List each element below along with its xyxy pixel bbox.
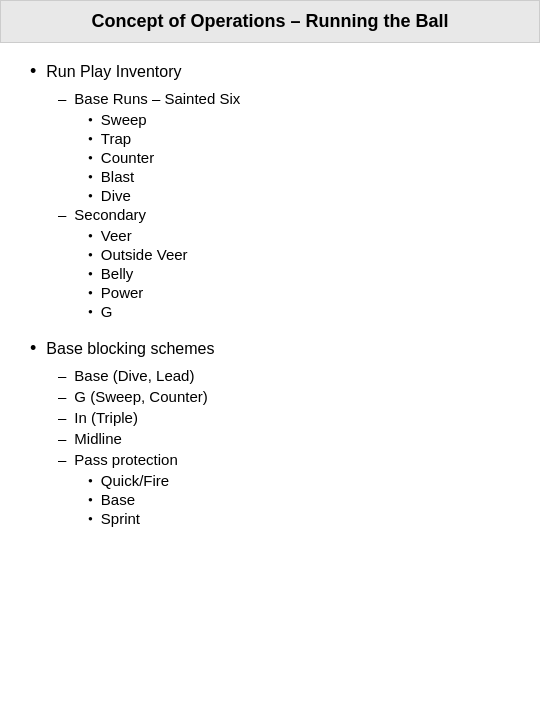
bullet-l2-dot: ● xyxy=(88,172,93,181)
bullet-dot-2: • xyxy=(30,338,36,359)
item-quick-fire: Quick/Fire xyxy=(101,472,169,489)
section-base-blocking-schemes: • Base blocking schemes – Base (Dive, Le… xyxy=(30,340,510,527)
bullet-l2-dot: ● xyxy=(88,231,93,240)
dash-pass-protection: – Pass protection xyxy=(58,451,510,468)
dash-sym-3: – xyxy=(58,367,66,384)
bullet-dot-1: • xyxy=(30,61,36,82)
pass-protection-label: Pass protection xyxy=(74,451,177,468)
list-item: ● Base xyxy=(88,491,510,508)
list-item: ● Belly xyxy=(88,265,510,282)
bullet-l2-dot: ● xyxy=(88,115,93,124)
bullet-l2-dot: ● xyxy=(88,288,93,297)
item-base: Base xyxy=(101,491,135,508)
list-item: ● Dive xyxy=(88,187,510,204)
dash-g-sweep-counter: – G (Sweep, Counter) xyxy=(58,388,510,405)
item-dive: Dive xyxy=(101,187,131,204)
base-blocking-label: Base blocking schemes xyxy=(46,340,214,358)
bullet-l2-dot: ● xyxy=(88,191,93,200)
bullet-base-blocking: • Base blocking schemes xyxy=(30,340,510,359)
list-item: ● Veer xyxy=(88,227,510,244)
base-dive-lead-label: Base (Dive, Lead) xyxy=(74,367,194,384)
base-runs-label: Base Runs – Sainted Six xyxy=(74,90,240,107)
item-g: G xyxy=(101,303,113,320)
dash-sym-2: – xyxy=(58,206,66,223)
list-item: ● Power xyxy=(88,284,510,301)
dash-midline: – Midline xyxy=(58,430,510,447)
midline-label: Midline xyxy=(74,430,122,447)
item-belly: Belly xyxy=(101,265,134,282)
item-sweep: Sweep xyxy=(101,111,147,128)
page-wrapper: Concept of Operations – Running the Ball… xyxy=(0,0,540,571)
item-sprint: Sprint xyxy=(101,510,140,527)
item-outside-veer: Outside Veer xyxy=(101,246,188,263)
dash-sym-5: – xyxy=(58,409,66,426)
section-run-play-inventory: • Run Play Inventory – Base Runs – Saint… xyxy=(30,63,510,320)
dash-sym-4: – xyxy=(58,388,66,405)
item-veer: Veer xyxy=(101,227,132,244)
list-item: ● Blast xyxy=(88,168,510,185)
item-trap: Trap xyxy=(101,130,131,147)
g-sweep-counter-label: G (Sweep, Counter) xyxy=(74,388,207,405)
dash-sym-1: – xyxy=(58,90,66,107)
list-item: ● Outside Veer xyxy=(88,246,510,263)
bullet-l2-dot: ● xyxy=(88,307,93,316)
bullet-l2-dot: ● xyxy=(88,514,93,523)
list-item: ● Sweep xyxy=(88,111,510,128)
bullet-run-play-inventory: • Run Play Inventory xyxy=(30,63,510,82)
bullet-list-secondary: ● Veer ● Outside Veer ● Belly ● Power xyxy=(88,227,510,320)
item-counter: Counter xyxy=(101,149,154,166)
list-item: ● Sprint xyxy=(88,510,510,527)
bullet-list-base-runs: ● Sweep ● Trap ● Counter ● Blast xyxy=(88,111,510,204)
list-item: ● Quick/Fire xyxy=(88,472,510,489)
bullet-l2-dot: ● xyxy=(88,476,93,485)
item-power: Power xyxy=(101,284,144,301)
bullet-l2-dot: ● xyxy=(88,495,93,504)
bullet-l2-dot: ● xyxy=(88,269,93,278)
header-title-text: Concept of Operations – Running the Ball xyxy=(91,11,448,31)
in-triple-label: In (Triple) xyxy=(74,409,138,426)
page-title: Concept of Operations – Running the Ball xyxy=(0,0,540,43)
bullet-l2-dot: ● xyxy=(88,134,93,143)
list-item: ● Trap xyxy=(88,130,510,147)
dash-sym-7: – xyxy=(58,451,66,468)
list-item: ● Counter xyxy=(88,149,510,166)
sub-section-blocking: – Base (Dive, Lead) – G (Sweep, Counter)… xyxy=(58,367,510,527)
bullet-list-pass-protection: ● Quick/Fire ● Base ● Sprint xyxy=(88,472,510,527)
run-play-inventory-label: Run Play Inventory xyxy=(46,63,181,81)
content-area: • Run Play Inventory – Base Runs – Saint… xyxy=(0,43,540,571)
bullet-l2-dot: ● xyxy=(88,153,93,162)
dash-base-dive-lead: – Base (Dive, Lead) xyxy=(58,367,510,384)
sub-section-base-runs: – Base Runs – Sainted Six ● Sweep ● Trap… xyxy=(58,90,510,320)
list-item: ● G xyxy=(88,303,510,320)
secondary-label: Secondary xyxy=(74,206,146,223)
dash-secondary: – Secondary xyxy=(58,206,510,223)
dash-base-runs: – Base Runs – Sainted Six xyxy=(58,90,510,107)
bullet-l2-dot: ● xyxy=(88,250,93,259)
dash-sym-6: – xyxy=(58,430,66,447)
dash-in-triple: – In (Triple) xyxy=(58,409,510,426)
item-blast: Blast xyxy=(101,168,134,185)
